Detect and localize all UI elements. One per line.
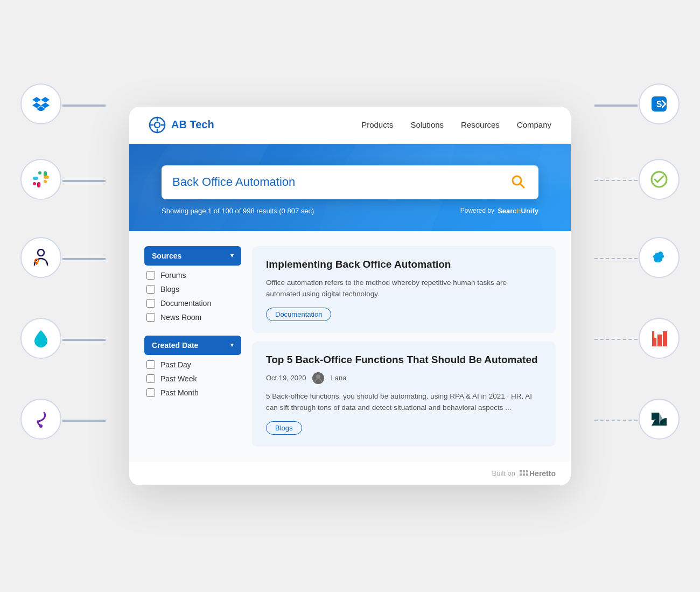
svg-rect-45 — [523, 473, 525, 476]
svg-point-8 — [38, 249, 44, 256]
svg-rect-17 — [657, 335, 662, 346]
blogs-checkbox[interactable] — [146, 285, 155, 294]
svg-rect-7 — [44, 180, 47, 183]
svg-point-12 — [39, 424, 43, 428]
filter-option-forums[interactable]: Forums — [146, 271, 239, 280]
sources-header[interactable]: Sources ▾ — [144, 246, 241, 266]
searchunify-logo: SearchUnify — [498, 207, 538, 215]
filter-option-past-month[interactable]: Past Month — [146, 388, 239, 397]
results-area: Implementing Back Office Automation Offi… — [252, 246, 556, 447]
filter-option-past-day[interactable]: Past Day — [146, 360, 239, 369]
integration-hook-icon[interactable] — [20, 399, 61, 440]
svg-rect-18 — [663, 331, 667, 346]
outer-wrapper: S — [0, 0, 700, 592]
browser-mockup: AB Tech Products Solutions Resources Com… — [129, 107, 571, 485]
nav-resources[interactable]: Resources — [461, 120, 500, 129]
integration-sharepoint-icon[interactable]: S — [639, 83, 680, 124]
newsroom-checkbox[interactable] — [146, 313, 155, 322]
integration-drip-icon[interactable] — [20, 318, 61, 359]
nav-solutions[interactable]: Solutions — [410, 120, 444, 129]
brand-icon — [149, 116, 166, 134]
past-day-checkbox[interactable] — [146, 360, 155, 369]
past-month-label: Past Month — [160, 388, 199, 397]
integration-lh-icon[interactable] — [639, 318, 680, 359]
past-month-checkbox[interactable] — [146, 388, 155, 397]
date-chevron-icon: ▾ — [230, 342, 234, 349]
heretto-grid-icon — [520, 470, 528, 478]
result-card-2: Top 5 Back-Office Functions That Should … — [252, 342, 556, 447]
svg-rect-46 — [526, 473, 528, 476]
svg-rect-2 — [33, 177, 38, 180]
search-box[interactable] — [162, 165, 538, 199]
newsroom-label: News Room — [160, 313, 201, 322]
filter-option-blogs[interactable]: Blogs — [146, 285, 239, 294]
documentation-checkbox[interactable] — [146, 299, 155, 308]
integration-person-icon[interactable] — [20, 237, 61, 278]
integration-salesforce-icon[interactable] — [639, 237, 680, 278]
svg-rect-44 — [520, 473, 522, 476]
content-area: Sources ▾ Forums Blogs — [129, 231, 571, 462]
result-2-date: Oct 19, 2020 — [266, 374, 306, 382]
svg-point-21 — [155, 122, 160, 128]
navbar: AB Tech Products Solutions Resources Com… — [129, 107, 571, 144]
documentation-label: Documentation — [160, 299, 211, 308]
result-2-author: Lana — [331, 374, 346, 382]
past-day-label: Past Day — [160, 360, 191, 369]
forums-checkbox[interactable] — [146, 271, 155, 280]
result-2-title[interactable]: Top 5 Back-Office Functions That Should … — [266, 353, 542, 367]
author-avatar — [312, 372, 324, 384]
result-2-tag[interactable]: Blogs — [266, 421, 302, 435]
footer: Built on Heretto — [129, 462, 571, 485]
svg-rect-19 — [652, 331, 654, 338]
integration-dropbox-icon[interactable] — [20, 83, 61, 124]
sources-chevron-icon: ▾ — [230, 252, 234, 259]
svg-rect-41 — [520, 470, 522, 472]
sources-options: Forums Blogs Documentation News Roo — [144, 266, 241, 327]
svg-rect-6 — [44, 176, 49, 179]
result-2-description: 5 Back-office functions. you should be a… — [266, 391, 542, 414]
integration-zendesk-icon[interactable] — [639, 399, 680, 440]
forums-label: Forums — [160, 271, 186, 280]
filter-option-newsroom[interactable]: News Room — [146, 313, 239, 322]
sources-filter: Sources ▾ Forums Blogs — [144, 246, 241, 327]
svg-line-39 — [520, 184, 524, 187]
footer-platform: Heretto — [520, 469, 556, 478]
powered-by-text: Powered by — [460, 207, 494, 214]
nav-company[interactable]: Company — [517, 120, 551, 129]
svg-rect-5 — [38, 171, 41, 175]
footer-built-on: Built on — [492, 469, 515, 477]
date-filter: Created Date ▾ Past Day Past Week — [144, 336, 241, 402]
svg-point-40 — [316, 374, 320, 379]
integration-pingdom-icon[interactable] — [639, 159, 680, 200]
sidebar: Sources ▾ Forums Blogs — [144, 246, 241, 447]
svg-rect-42 — [523, 470, 525, 472]
date-header[interactable]: Created Date ▾ — [144, 336, 241, 355]
nav-links: Products Solutions Resources Company — [361, 120, 551, 129]
svg-rect-1 — [37, 182, 40, 187]
filter-option-documentation[interactable]: Documentation — [146, 299, 239, 308]
filter-option-past-week[interactable]: Past Week — [146, 374, 239, 383]
integration-slack-icon[interactable] — [20, 159, 61, 200]
brand-name: AB Tech — [171, 119, 214, 131]
result-1-title[interactable]: Implementing Back Office Automation — [266, 258, 542, 271]
result-1-tag[interactable]: Documentation — [266, 308, 331, 321]
search-icon — [510, 174, 526, 189]
highlight-letter: h — [517, 207, 521, 215]
result-2-meta: Oct 19, 2020 Lana — [266, 372, 542, 384]
result-card-1: Implementing Back Office Automation Offi… — [252, 246, 556, 333]
search-input[interactable] — [172, 175, 508, 189]
blogs-label: Blogs — [160, 285, 179, 294]
date-options: Past Day Past Week Past Month — [144, 355, 241, 402]
svg-rect-16 — [652, 338, 656, 346]
sources-label: Sources — [152, 252, 181, 260]
nav-products[interactable]: Products — [361, 120, 393, 129]
brand: AB Tech — [149, 116, 214, 134]
search-info: Showing page 1 of 100 of 998 results (0.… — [162, 207, 538, 215]
past-week-label: Past Week — [160, 374, 197, 383]
past-week-checkbox[interactable] — [146, 374, 155, 383]
svg-rect-43 — [526, 470, 528, 472]
result-1-description: Office automation refers to the method w… — [266, 277, 542, 300]
date-label: Created Date — [152, 341, 198, 350]
svg-rect-0 — [33, 182, 36, 185]
search-button[interactable] — [508, 172, 528, 193]
